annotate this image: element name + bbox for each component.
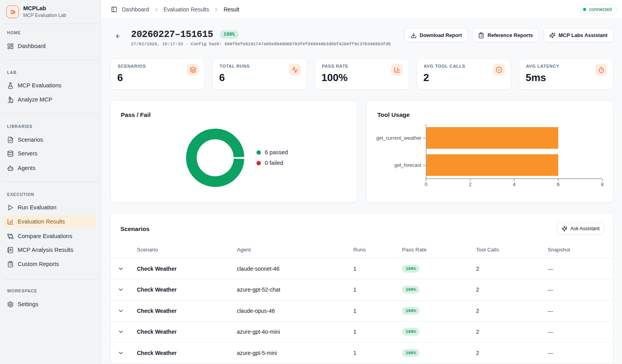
svg-text:8: 8 [601,182,604,187]
svg-text:4: 4 [513,182,516,187]
svg-text:get_forecast: get_forecast [394,163,421,168]
svg-text:6: 6 [557,182,560,187]
svg-text:get_current_weather: get_current_weather [376,135,421,141]
svg-text:0: 0 [425,182,428,187]
svg-text:2: 2 [469,182,472,187]
